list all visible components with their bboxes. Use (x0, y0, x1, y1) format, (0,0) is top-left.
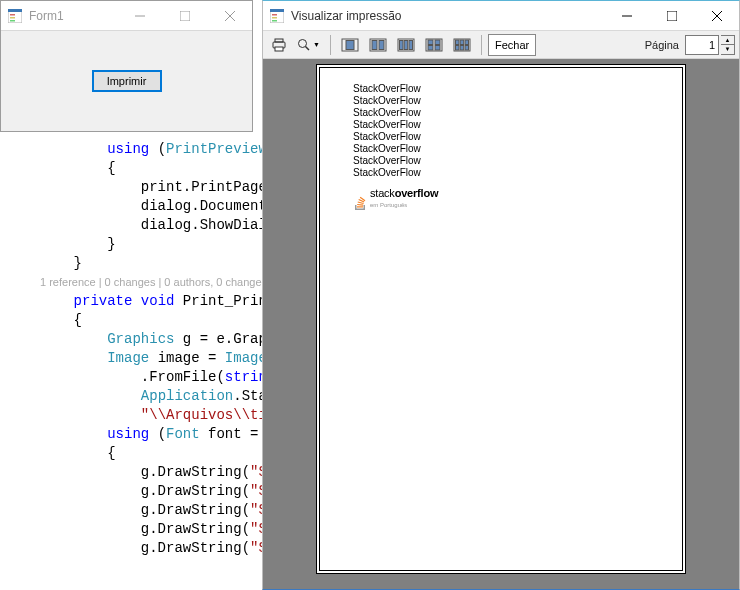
printed-line: StackOverFlow (353, 119, 438, 131)
svg-rect-36 (435, 45, 440, 50)
svg-rect-6 (180, 11, 190, 21)
close-preview-button[interactable]: Fechar (488, 34, 536, 56)
svg-rect-30 (404, 40, 408, 49)
printed-line: StackOverFlow (353, 131, 438, 143)
svg-rect-40 (465, 40, 469, 45)
form1-body: Imprimir (1, 31, 252, 131)
spinner-up-icon[interactable]: ▲ (721, 36, 734, 46)
form1-maximize-button[interactable] (162, 1, 207, 30)
preview-title: Visualizar impressão (291, 9, 604, 23)
svg-rect-38 (455, 40, 459, 45)
printed-line: StackOverFlow (353, 83, 438, 95)
svg-rect-34 (435, 40, 440, 45)
view-2page-button[interactable] (365, 34, 391, 56)
svg-rect-13 (272, 20, 277, 22)
svg-rect-1 (8, 9, 22, 12)
chevron-down-icon: ▼ (313, 41, 320, 48)
svg-line-17 (712, 11, 722, 21)
printed-line: StackOverFlow (353, 107, 438, 119)
logo-text: stackoverflow (370, 187, 438, 199)
svg-rect-29 (399, 40, 403, 49)
stackoverflow-logo: stackoverflow em Português (353, 187, 438, 211)
printed-line: StackOverFlow (353, 167, 438, 179)
winforms-app-icon (269, 8, 285, 24)
preview-toolbar: ▼ Fechar Página ▲ ▼ (263, 31, 739, 59)
svg-rect-35 (428, 45, 433, 50)
printed-line: StackOverFlow (353, 143, 438, 155)
view-3page-button[interactable] (393, 34, 419, 56)
svg-rect-43 (465, 45, 469, 50)
print-preview-window: Visualizar impressão ▼ (262, 0, 740, 590)
svg-line-8 (225, 11, 235, 21)
view-1page-button[interactable] (337, 34, 363, 56)
form1-window: Form1 Imprimir (0, 0, 253, 132)
toolbar-separator (481, 35, 482, 55)
zoom-dropdown[interactable]: ▼ (293, 34, 324, 56)
svg-rect-11 (272, 14, 277, 16)
logo-subtext: em Português (370, 199, 438, 211)
svg-rect-45 (357, 204, 363, 206)
svg-rect-24 (346, 40, 354, 49)
printed-line: StackOverFlow (353, 95, 438, 107)
svg-rect-15 (667, 11, 677, 21)
svg-rect-19 (275, 39, 283, 42)
printed-line: StackOverFlow (353, 155, 438, 167)
page-label: Página (641, 39, 683, 51)
svg-rect-27 (379, 40, 384, 49)
stackoverflow-icon (353, 195, 367, 211)
print-button[interactable] (267, 34, 291, 56)
svg-rect-20 (275, 47, 283, 51)
preview-minimize-button[interactable] (604, 1, 649, 30)
svg-rect-3 (10, 17, 15, 19)
svg-rect-10 (270, 9, 284, 12)
svg-point-21 (299, 39, 307, 47)
form1-title: Form1 (29, 9, 117, 23)
svg-line-7 (225, 11, 235, 21)
svg-rect-26 (372, 40, 377, 49)
view-6page-button[interactable] (449, 34, 475, 56)
form1-close-button[interactable] (207, 1, 252, 30)
svg-rect-31 (409, 40, 413, 49)
svg-rect-39 (460, 40, 464, 45)
view-4page-button[interactable] (421, 34, 447, 56)
preview-page: StackOverFlowStackOverFlowStackOverFlowS… (316, 64, 686, 574)
svg-rect-41 (455, 45, 459, 50)
preview-maximize-button[interactable] (649, 1, 694, 30)
form1-titlebar[interactable]: Form1 (1, 1, 252, 31)
svg-rect-4 (10, 20, 15, 22)
preview-titlebar[interactable]: Visualizar impressão (263, 1, 739, 31)
svg-rect-33 (428, 40, 433, 45)
preview-canvas[interactable]: StackOverFlowStackOverFlowStackOverFlowS… (263, 59, 739, 589)
preview-close-button[interactable] (694, 1, 739, 30)
page-number-spinner[interactable]: ▲ ▼ (721, 35, 735, 55)
page-content: StackOverFlowStackOverFlowStackOverFlowS… (353, 83, 438, 211)
svg-line-22 (306, 46, 310, 50)
svg-rect-44 (357, 206, 363, 207)
toolbar-separator (330, 35, 331, 55)
svg-rect-12 (272, 17, 277, 19)
svg-rect-2 (10, 14, 15, 16)
spinner-down-icon[interactable]: ▼ (721, 45, 734, 54)
svg-line-16 (712, 11, 722, 21)
page-number-input[interactable] (685, 35, 719, 55)
form1-minimize-button[interactable] (117, 1, 162, 30)
winforms-app-icon (7, 8, 23, 24)
svg-rect-42 (460, 45, 464, 50)
imprimir-button[interactable]: Imprimir (92, 70, 162, 92)
